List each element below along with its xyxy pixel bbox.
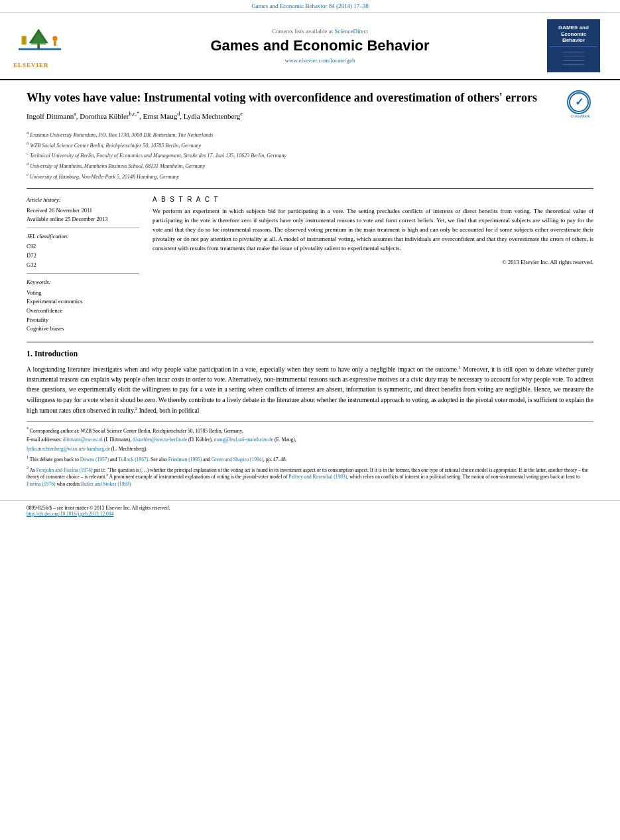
section-divider: [27, 342, 593, 342]
fn2: 2 As Ferejohn and Fiorina (1974) put it:…: [27, 465, 593, 488]
crossmark-icon: ✓: [567, 90, 591, 114]
keywords-label: Keywords:: [27, 278, 139, 287]
author-2: Dorothea Küblerb,c,*: [80, 112, 139, 120]
email-3[interactable]: maug@bwl.uni-mannheim.de: [214, 437, 273, 443]
introduction-paragraph-1: A longstanding literature investigates w…: [27, 364, 593, 416]
sciencedirect-link[interactable]: ScienceDirect: [335, 28, 368, 35]
crossmark-label: CrossMark: [567, 114, 593, 118]
jel-label: JEL classification:: [27, 232, 139, 241]
abstract-text: We perform an experiment in which subjec…: [153, 207, 593, 253]
article-history-label: Article history:: [27, 196, 139, 204]
jel-code-3: G32: [27, 261, 139, 270]
fn1-link-1[interactable]: Downs (1957): [80, 456, 109, 462]
svg-point-4: [52, 36, 57, 40]
affil-b: b WZB Social Science Center Berlin, Reic…: [27, 140, 593, 150]
available-label: Available online: [27, 216, 64, 222]
available-date: 25 December 2013: [65, 216, 108, 222]
email-4[interactable]: lydia.mechtenberg@wiso.uni-hamburg.de: [27, 446, 110, 452]
elsevier-logo: ELSEVIER: [13, 24, 93, 68]
abstract-section: A B S T R A C T We perform an experiment…: [153, 196, 593, 334]
authors-line: Ingolf Dittmanna, Dorothea Küblerb,c,*, …: [27, 111, 560, 120]
affil-a: a Erasmus University Rotterdam, P.O. Box…: [27, 129, 593, 139]
article-title-section: Why votes have value: Instrumental votin…: [27, 90, 593, 124]
footnote-area: * Corresponding author at: WZB Social Sc…: [27, 421, 593, 488]
keyword-2: Experimental economics: [27, 297, 139, 307]
received-label: Received: [27, 207, 48, 214]
publisher-logo-area: ELSEVIER: [13, 24, 93, 68]
section-title-text: Introduction: [34, 349, 78, 358]
email-footnote-2: lydia.mechtenberg@wiso.uni-hamburg.de (L…: [27, 446, 593, 453]
author-1: Ingolf Dittmanna: [27, 112, 76, 120]
svg-rect-5: [54, 40, 56, 45]
keyword-4: Pivotality: [27, 316, 139, 325]
affil-e: e University of Hamburg, Von-Melle-Park …: [27, 171, 593, 181]
received-date: 26 November 2011: [49, 207, 92, 214]
affiliations: a Erasmus University Rotterdam, P.O. Box…: [27, 129, 593, 180]
svg-text:✓: ✓: [575, 96, 584, 107]
abstract-title: A B S T R A C T: [153, 196, 593, 203]
affil-d: d University of Mannheim, Mannheim Busin…: [27, 161, 593, 171]
fn2-link-1[interactable]: Ferejohn and Fiorina (1974): [36, 467, 93, 473]
journal-reference-bar: Games and Economic Behavior 84 (2014) 17…: [0, 0, 620, 13]
jel-code-2: D72: [27, 251, 139, 261]
email-2[interactable]: d.kuebler@ww.tu-berlin.de: [133, 437, 187, 443]
journal-title: Games and Economic Behavior: [93, 37, 547, 54]
journal-header: ELSEVIER Contents lists available at Sci…: [0, 13, 620, 80]
article-title: Why votes have value: Instrumental votin…: [27, 90, 560, 105]
info-divider-2: [27, 273, 139, 274]
article-info-panel: Article history: Received 26 November 20…: [27, 196, 139, 334]
journal-cover-area: GAMES andEconomicBehavior ──────────────…: [547, 19, 607, 72]
introduction-heading: 1. Introduction: [27, 349, 593, 359]
article-body: Article history: Received 26 November 20…: [27, 188, 593, 334]
journal-reference: Games and Economic Behavior 84 (2014) 17…: [251, 3, 368, 9]
corresponding-footnote: * Corresponding author at: WZB Social Sc…: [27, 426, 593, 435]
fn2-link-3[interactable]: Fiorina (1976): [27, 481, 56, 487]
journal-title-area: Contents lists available at ScienceDirec…: [93, 28, 547, 64]
journal-url[interactable]: www.elsevier.com/locate/geb: [93, 57, 547, 64]
bottom-bar: 0899-8256/$ – see front matter © 2013 El…: [0, 500, 620, 521]
email-footnote: E-mail addresses: dittmann@ese.eu.nl (I.…: [27, 437, 593, 444]
jel-code-1: C92: [27, 242, 139, 251]
crossmark-badge[interactable]: ✓ CrossMark: [567, 90, 593, 117]
journal-cover-box: GAMES andEconomicBehavior ──────────────…: [547, 19, 600, 72]
issn-line: 0899-8256/$ – see front matter © 2013 El…: [27, 505, 593, 511]
cover-title: GAMES andEconomicBehavior: [558, 25, 589, 44]
fn2-link-4[interactable]: Butler and Stokes (1969): [81, 481, 131, 487]
affil-c: c Technical University of Berlin, Facult…: [27, 150, 593, 160]
abstract-copyright: © 2013 Elsevier Inc. All rights reserved…: [153, 259, 593, 265]
page-wrapper: Games and Economic Behavior 84 (2014) 17…: [0, 0, 620, 840]
elsevier-label: ELSEVIER: [13, 62, 49, 68]
doi-line: http://dx.doi.org/10.1016/j.geb.2013.12.…: [27, 511, 593, 517]
keywords-list: Voting Experimental economics Overconfid…: [27, 289, 139, 334]
keyword-1: Voting: [27, 289, 139, 298]
fn1-link-4[interactable]: Green and Shapiro (1994): [212, 456, 263, 462]
fn2-link-2[interactable]: Palfrey and Rosenthal (1983): [288, 474, 347, 480]
email-1[interactable]: dittmann@ese.eu.nl: [63, 437, 103, 443]
fn1: 1 This debate goes back to Downs (1957) …: [27, 455, 593, 463]
fn1-link-2[interactable]: Tullock (1967): [118, 456, 148, 462]
fn1-link-3[interactable]: Friedman (1995): [168, 456, 202, 462]
main-content: Why votes have value: Instrumental votin…: [0, 80, 620, 496]
contents-available-text: Contents lists available at: [272, 28, 333, 35]
sciencedirect-line: Contents lists available at ScienceDirec…: [93, 28, 547, 35]
available-line: Available online 25 December 2013: [27, 215, 139, 224]
cover-lines: ────────────────────────────────────: [563, 50, 584, 67]
section-number: 1.: [27, 349, 32, 358]
info-divider-1: [27, 228, 139, 228]
article-title-area: Why votes have value: Instrumental votin…: [27, 90, 560, 124]
doi-link[interactable]: http://dx.doi.org/10.1016/j.geb.2013.12.…: [27, 511, 113, 517]
jel-codes-list: C92 D72 G32: [27, 242, 139, 269]
elsevier-tree-icon: [13, 24, 66, 60]
author-3: Ernst Maugd: [143, 112, 180, 120]
received-line: Received 26 November 2011: [27, 206, 139, 215]
keyword-5: Cognitive biases: [27, 324, 139, 334]
keyword-3: Overconfidence: [27, 307, 139, 316]
author-4: Lydia Mechtenberge: [184, 112, 243, 120]
